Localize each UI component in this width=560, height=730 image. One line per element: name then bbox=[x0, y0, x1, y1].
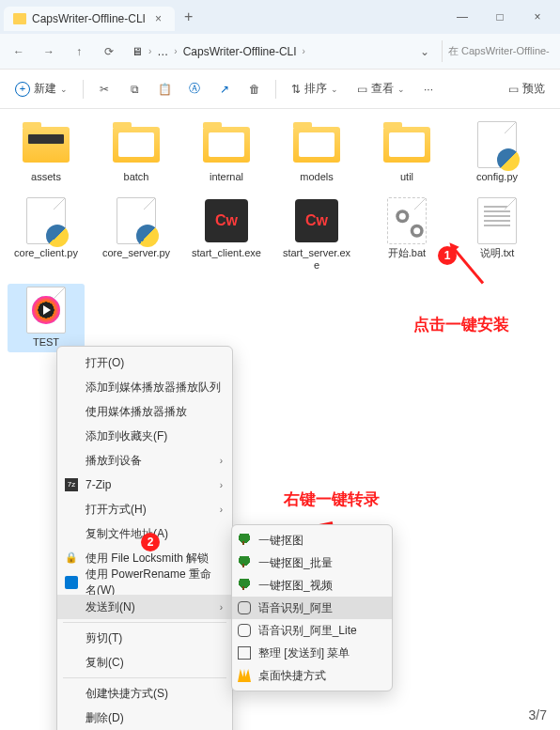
submenu-label: 桌面快捷方式 bbox=[258, 668, 326, 684]
context-menu-item[interactable]: 创建快捷方式(S) bbox=[57, 681, 232, 706]
new-button[interactable]: + 新建 ⌄ bbox=[8, 77, 75, 101]
file-item[interactable]: internal bbox=[188, 118, 265, 187]
refresh-button[interactable]: ⟳ bbox=[96, 39, 122, 65]
file-label: 说明.txt bbox=[480, 247, 515, 259]
close-button[interactable]: × bbox=[519, 10, 556, 23]
search-input[interactable]: 在 CapsWriter-Offline- bbox=[442, 40, 554, 62]
tab-close-button[interactable]: × bbox=[151, 12, 165, 25]
rename-button[interactable]: Ⓐ bbox=[181, 81, 208, 97]
chevron-right-icon: › bbox=[220, 505, 223, 515]
mic-icon bbox=[238, 601, 251, 614]
submenu-label: 一键抠图_批量 bbox=[258, 555, 333, 571]
folder-icon bbox=[13, 13, 26, 24]
menu-label: 添加到收藏夹(F) bbox=[86, 428, 167, 444]
file-item[interactable]: config.py bbox=[459, 118, 536, 187]
submenu-item[interactable]: 整理 [发送到] 菜单 bbox=[232, 642, 392, 664]
chevron-down-icon: ⌄ bbox=[331, 85, 338, 94]
file-item[interactable]: assets bbox=[8, 118, 85, 187]
annotation-text-2: 右键一键转录 bbox=[284, 489, 380, 510]
context-menu-item[interactable]: 播放到设备› bbox=[57, 448, 232, 473]
context-menu-item[interactable]: 复制(C) bbox=[57, 650, 232, 675]
file-label: start_client.exe bbox=[192, 247, 261, 259]
tree-icon bbox=[238, 556, 251, 569]
breadcrumb-dropdown[interactable]: ⌄ bbox=[412, 39, 438, 65]
submenu-item[interactable]: 语音识别_阿里_Lite bbox=[232, 619, 392, 642]
menu-label: 使用 PowerRename 重命名(W) bbox=[86, 567, 223, 598]
breadcrumb-current[interactable]: CapsWriter-Offline-CLI bbox=[183, 45, 297, 58]
sort-button[interactable]: ⇅ 排序 ⌄ bbox=[284, 77, 346, 101]
page-counter: 3/7 bbox=[529, 707, 547, 722]
file-item[interactable]: 开始.bat bbox=[368, 194, 445, 275]
context-menu-item[interactable]: 发送到(N)› bbox=[57, 595, 232, 619]
up-button[interactable]: ↑ bbox=[66, 39, 92, 65]
menu-label: 发送到(N) bbox=[86, 599, 135, 615]
submenu-label: 语音识别_阿里 bbox=[258, 600, 333, 616]
file-item[interactable]: models bbox=[278, 118, 355, 187]
context-menu-item[interactable]: 剪切(T) bbox=[57, 626, 232, 650]
view-button[interactable]: ▭ 查看 ⌄ bbox=[350, 77, 412, 101]
crown-icon bbox=[238, 669, 251, 682]
file-label: util bbox=[400, 171, 413, 183]
preview-button[interactable]: ▭ 预览 bbox=[501, 77, 552, 101]
file-icon: Cw bbox=[200, 198, 253, 243]
paste-button[interactable]: 📋 bbox=[151, 83, 178, 96]
submenu-item[interactable]: 一键抠图_批量 bbox=[232, 551, 392, 574]
context-menu-item[interactable]: 打开方式(H)› bbox=[57, 497, 232, 521]
context-menu-item[interactable]: 使用 PowerRename 重命名(W) bbox=[57, 570, 232, 595]
chevron-right-icon: › bbox=[220, 602, 223, 613]
file-label: assets bbox=[31, 171, 61, 183]
chevron-right-icon: › bbox=[174, 46, 177, 56]
forward-button[interactable]: → bbox=[36, 39, 62, 65]
breadcrumb[interactable]: 🖥 › … › CapsWriter-Offline-CLI › bbox=[126, 45, 408, 58]
context-menu-item[interactable]: 添加到收藏夹(F) bbox=[57, 424, 232, 448]
chevron-down-icon: ⌄ bbox=[60, 85, 68, 94]
cut-button[interactable]: ✂ bbox=[91, 83, 117, 96]
breadcrumb-home-icon: 🖥 bbox=[132, 45, 143, 58]
file-icon bbox=[20, 122, 72, 167]
file-item[interactable]: batch bbox=[98, 118, 175, 187]
file-label: start_server.exe bbox=[280, 247, 353, 272]
submenu-item[interactable]: 一键抠图 bbox=[232, 529, 392, 551]
grid-icon bbox=[238, 646, 251, 660]
menu-label: 删除(D) bbox=[86, 710, 124, 726]
menu-label: 剪切(T) bbox=[86, 630, 122, 646]
window-tab[interactable]: CapsWriter-Offline-CLI × bbox=[4, 7, 175, 31]
sort-label: 排序 bbox=[304, 81, 327, 97]
more-button[interactable]: ··· bbox=[416, 79, 441, 100]
menu-label: 创建快捷方式(S) bbox=[86, 686, 168, 702]
submenu-label: 语音识别_阿里_Lite bbox=[258, 623, 357, 639]
file-item[interactable]: 说明.txt bbox=[459, 194, 536, 275]
submenu-label: 一键抠图 bbox=[258, 533, 303, 549]
file-label: 开始.bat bbox=[388, 247, 426, 259]
file-item[interactable]: core_client.py bbox=[8, 194, 85, 275]
file-item[interactable]: TEST bbox=[8, 284, 85, 352]
maximize-button[interactable]: □ bbox=[481, 10, 519, 23]
submenu-label: 一键抠图_视频 bbox=[258, 578, 333, 594]
context-menu-item[interactable]: 添加到媒体播放器播放队列 bbox=[57, 375, 232, 399]
back-button[interactable]: ← bbox=[6, 39, 32, 65]
menu-label: 打开方式(H) bbox=[86, 502, 147, 518]
file-item[interactable]: core_server.py bbox=[98, 194, 175, 275]
delete-button[interactable]: 🗑 bbox=[241, 83, 268, 96]
file-item[interactable]: util bbox=[368, 118, 445, 187]
share-button[interactable]: ↗ bbox=[211, 83, 238, 96]
file-icon bbox=[110, 198, 163, 243]
minimize-button[interactable]: — bbox=[443, 10, 481, 23]
new-tab-button[interactable]: + bbox=[175, 8, 202, 25]
context-menu-item[interactable]: 使用媒体播放器播放 bbox=[57, 399, 232, 424]
breadcrumb-more[interactable]: … bbox=[157, 45, 168, 58]
file-item[interactable]: Cwstart_server.exe bbox=[278, 194, 355, 275]
submenu-item[interactable]: 一键抠图_视频 bbox=[232, 574, 392, 597]
chevron-right-icon: › bbox=[220, 456, 223, 466]
preview-icon: ▭ bbox=[508, 83, 519, 96]
file-item[interactable]: Cwstart_client.exe bbox=[188, 194, 265, 275]
context-menu-item[interactable]: 7z7-Zip› bbox=[57, 473, 232, 497]
copy-button[interactable]: ⧉ bbox=[121, 83, 148, 96]
context-menu-item[interactable]: 打开(O) bbox=[57, 350, 232, 375]
file-icon: Cw bbox=[290, 198, 343, 243]
navigation-bar: ← → ↑ ⟳ 🖥 › … › CapsWriter-Offline-CLI ›… bbox=[0, 34, 560, 70]
tree-icon bbox=[238, 534, 251, 547]
context-menu-item[interactable]: 删除(D) bbox=[57, 706, 232, 730]
submenu-item[interactable]: 语音识别_阿里 bbox=[232, 597, 392, 619]
submenu-item[interactable]: 桌面快捷方式 bbox=[232, 664, 392, 687]
